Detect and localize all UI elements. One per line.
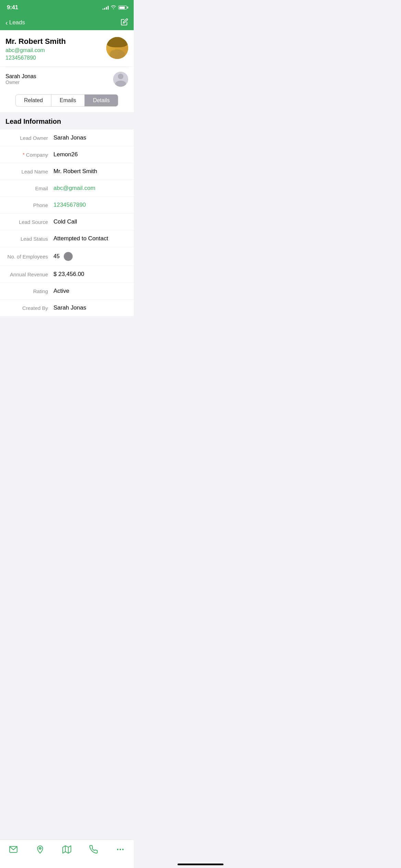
info-card: Lead Owner Sarah Jonas * Company Lemon26… [0,130,134,316]
content-area: Lead Information Lead Owner Sarah Jonas … [0,112,134,350]
tab-emails[interactable]: Emails [51,94,85,107]
table-row: Phone 1234567890 [0,197,134,214]
owner-avatar [113,72,128,87]
field-value-lead-source: Cold Call [53,218,77,225]
profile-info: Mr. Robert Smith abc@gmail.com 123456789… [5,37,66,61]
status-time: 9:41 [7,4,18,11]
table-row: Email abc@gmail.com [0,180,134,197]
back-label: Leads [9,19,25,26]
wifi-icon [111,5,116,10]
owner-label: Owner [5,80,36,85]
edit-button[interactable] [121,18,128,27]
owner-section: Sarah Jonas Owner [0,67,134,92]
employees-count: 45 [53,253,60,260]
tab-related[interactable]: Related [15,94,51,107]
nav-bar: ‹ Leads [0,15,134,30]
table-row: Rating Active [0,283,134,300]
profile-phone[interactable]: 1234567890 [5,55,66,61]
table-row: No. of Employees 45 [0,247,134,266]
field-label-created-by: Created By [5,305,53,311]
status-icons [102,5,127,10]
table-row: Lead Source Cold Call [0,214,134,230]
field-label-rating: Rating [5,288,53,294]
required-star: * [23,152,24,157]
field-value-rating: Active [53,288,69,294]
field-label-lead-name: Lead Name [5,169,53,174]
table-row: Created By Sarah Jonas [0,300,134,316]
field-label-lead-source: Lead Source [5,219,53,225]
employees-indicator [64,252,73,261]
table-row: Lead Name Mr. Robert Smith [0,163,134,180]
section-title: Lead Information [0,118,134,130]
field-label-revenue: Annual Revenue [5,272,53,277]
owner-name: Sarah Jonas [5,73,36,80]
field-value-lead-owner: Sarah Jonas [53,134,86,141]
table-row: * Company Lemon26 [0,146,134,163]
profile-section: Mr. Robert Smith abc@gmail.com 123456789… [0,30,134,67]
battery-icon [118,5,127,10]
field-value-lead-status: Attempted to Contact [53,235,108,242]
field-value-company: Lemon26 [53,151,78,158]
field-value-phone[interactable]: 1234567890 [53,202,86,208]
avatar [106,37,128,59]
tabs-section: Related Emails Details [0,92,134,112]
signal-icon [102,5,109,10]
tab-details[interactable]: Details [85,94,118,107]
field-value-revenue: $ 23,456.00 [53,271,84,278]
table-row: Lead Status Attempted to Contact [0,230,134,247]
field-value-employees: 45 [53,252,73,261]
profile-email[interactable]: abc@gmail.com [5,47,66,53]
field-label-phone: Phone [5,202,53,208]
owner-info: Sarah Jonas Owner [5,73,36,85]
table-row: Lead Owner Sarah Jonas [0,130,134,146]
field-label-lead-owner: Lead Owner [5,135,53,141]
field-value-created-by: Sarah Jonas [53,304,86,311]
field-value-email[interactable]: abc@gmail.com [53,185,95,192]
profile-name: Mr. Robert Smith [5,37,66,46]
field-label-company: * Company [5,152,53,158]
status-bar: 9:41 [0,0,134,15]
field-value-lead-name: Mr. Robert Smith [53,168,97,175]
back-button[interactable]: ‹ Leads [5,19,25,26]
field-label-email: Email [5,185,53,191]
field-label-employees: No. of Employees [5,254,53,260]
field-label-lead-status: Lead Status [5,236,53,242]
chevron-left-icon: ‹ [5,19,8,26]
table-row: Annual Revenue $ 23,456.00 [0,266,134,283]
